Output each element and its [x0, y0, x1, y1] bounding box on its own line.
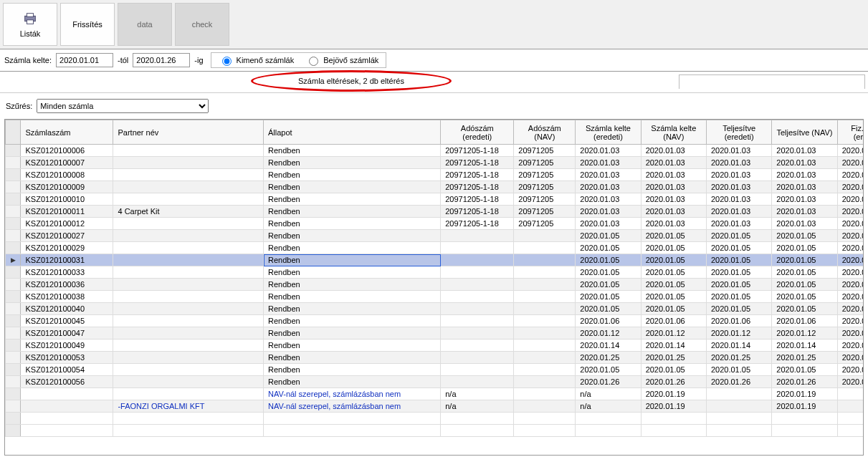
table-row[interactable]: KSZ0120100036Rendben2020.01.052020.01.05…: [6, 279, 864, 291]
row-handle[interactable]: [6, 181, 21, 193]
table-row[interactable]: KSZ0120100009Rendben20971205-1-182097120…: [6, 181, 864, 193]
cell-ae: [441, 339, 514, 352]
cell-partner: [113, 254, 264, 266]
table-row[interactable]: KSZ0120100027Rendben2020.01.052020.01.05…: [6, 230, 864, 242]
cell-fe: 2020.01.03: [837, 169, 864, 181]
cell-te: 2020.01.05: [706, 254, 771, 266]
table-row-empty: [6, 425, 864, 437]
table-row[interactable]: KSZ0120100056Rendben2020.01.262020.01.26…: [6, 376, 864, 388]
data-grid[interactable]: Számlaszám Partner név Állapot Adószám (…: [4, 119, 864, 456]
cell-sz: [21, 388, 113, 400]
table-row[interactable]: KSZ0120100054Rendben2020.01.052020.01.05…: [6, 364, 864, 376]
row-handle[interactable]: [6, 388, 21, 400]
row-handle[interactable]: [6, 352, 21, 364]
row-handle[interactable]: [6, 218, 21, 230]
cell-te: 2020.01.25: [706, 352, 771, 364]
col-allapot[interactable]: Állapot: [264, 120, 441, 145]
table-row[interactable]: KSZ0120100040Rendben2020.01.052020.01.05…: [6, 303, 864, 315]
row-handle[interactable]: [6, 291, 21, 303]
cell-partner: [113, 315, 264, 327]
table-row[interactable]: KSZ0120100038Rendben2020.01.052020.01.05…: [6, 291, 864, 303]
row-handle[interactable]: [6, 279, 21, 291]
row-handle[interactable]: [6, 339, 21, 352]
incoming-radio-input[interactable]: [309, 57, 318, 66]
data-button[interactable]: data: [118, 3, 172, 46]
row-handle[interactable]: [6, 242, 21, 254]
row-handle[interactable]: [6, 315, 21, 327]
cell-ae: [441, 327, 514, 339]
table-row[interactable]: NAV-nál szerepel, számlázásban nemn/an/a…: [6, 388, 864, 400]
row-handle[interactable]: [6, 157, 21, 169]
table-row[interactable]: KSZ0120100010Rendben20971205-1-182097120…: [6, 193, 864, 206]
cell-sz: KSZ0120100045: [21, 315, 113, 327]
col-telj-nav[interactable]: Teljesítve (NAV): [772, 120, 837, 145]
date-to-input[interactable]: [133, 53, 190, 67]
col-partner[interactable]: Partner név: [113, 120, 264, 145]
outgoing-radio[interactable]: Kimenő számlák: [219, 54, 295, 66]
table-row[interactable]: -FAONZI ORGALMI KFTNAV-nál szerepel, szá…: [6, 400, 864, 413]
row-handle[interactable]: [6, 400, 21, 413]
col-telj-eredeti[interactable]: Teljesítve (eredeti): [706, 120, 771, 145]
cell-sz: KSZ0120100054: [21, 364, 113, 376]
cell-ke: 2020.01.05: [576, 291, 641, 303]
outgoing-radio-input[interactable]: [222, 57, 232, 66]
cell-partner: [113, 339, 264, 352]
row-handle[interactable]: ▶: [6, 254, 21, 266]
cell-allapot: Rendben: [264, 206, 441, 218]
cell-sz: KSZ0120100029: [21, 242, 113, 254]
check-button[interactable]: check: [175, 3, 229, 46]
col-fiz-eredeti[interactable]: Fiz.hatidő (eredeti): [837, 120, 864, 145]
cell-te: 2020.01.03: [706, 193, 771, 206]
cell-fe: 2020.01.03: [837, 206, 864, 218]
szures-select[interactable]: Minden számla: [37, 99, 209, 113]
print-button[interactable]: Listák: [3, 3, 57, 46]
cell-an: 20971205: [514, 193, 576, 206]
date-from-input[interactable]: [56, 53, 113, 67]
cell-kn: 2020.01.06: [641, 315, 706, 327]
cell-sz: KSZ0120100053: [21, 352, 113, 364]
col-kelte-eredeti[interactable]: Számla kelte (eredeti): [576, 120, 641, 145]
row-handle[interactable]: [6, 327, 21, 339]
table-row[interactable]: KSZ0120100047Rendben2020.01.122020.01.12…: [6, 327, 864, 339]
col-szamlaszam[interactable]: Számlaszám: [21, 120, 113, 145]
cell-ke: 2020.01.12: [576, 327, 641, 339]
table-row[interactable]: KSZ0120100053Rendben2020.01.252020.01.25…: [6, 352, 864, 364]
row-handle[interactable]: [6, 266, 21, 279]
cell-tn: 2020.01.19: [772, 388, 837, 400]
row-handle[interactable]: [6, 169, 21, 181]
refresh-button[interactable]: Frissítés: [60, 3, 115, 46]
date-mid-label: -tól: [118, 56, 128, 64]
cell-tn: 2020.01.06: [772, 315, 837, 327]
row-handle[interactable]: [6, 364, 21, 376]
row-handle[interactable]: [6, 206, 21, 218]
row-handle[interactable]: [6, 376, 21, 388]
col-kelte-nav[interactable]: Számla kelte (NAV): [641, 120, 706, 145]
table-row[interactable]: KSZ0120100006Rendben20971205-1-182097120…: [6, 145, 864, 157]
cell-partner: [113, 376, 264, 388]
table-row[interactable]: KSZ0120100029Rendben2020.01.052020.01.05…: [6, 242, 864, 254]
table-row[interactable]: KSZ0120100045Rendben2020.01.062020.01.06…: [6, 315, 864, 327]
table-row[interactable]: KSZ0120100049Rendben2020.01.142020.01.14…: [6, 339, 864, 352]
table-row[interactable]: KSZ0120100007Rendben20971205-1-182097120…: [6, 157, 864, 169]
col-adoszam-eredeti[interactable]: Adószám (eredeti): [441, 120, 514, 145]
cell-fe: 2020.01.03: [837, 181, 864, 193]
cell-partner: [113, 279, 264, 291]
cell-an: 20971205: [514, 218, 576, 230]
table-row[interactable]: KSZ0120100012Rendben20971205-1-182097120…: [6, 218, 864, 230]
row-handle[interactable]: [6, 230, 21, 242]
table-row[interactable]: KSZ0120100008Rendben20971205-1-182097120…: [6, 169, 864, 181]
cell-ke: 2020.01.14: [576, 339, 641, 352]
cell-tn: 2020.01.14: [772, 339, 837, 352]
cell-kn: 2020.01.05: [641, 279, 706, 291]
row-handle[interactable]: [6, 145, 21, 157]
table-row[interactable]: KSZ0120100033Rendben2020.01.052020.01.05…: [6, 266, 864, 279]
row-handle[interactable]: [6, 193, 21, 206]
table-row[interactable]: ▶KSZ0120100031Rendben2020.01.052020.01.0…: [6, 254, 864, 266]
cell-an: [514, 266, 576, 279]
col-adoszam-nav[interactable]: Adószám (NAV): [514, 120, 576, 145]
row-handle[interactable]: [6, 303, 21, 315]
incoming-radio[interactable]: Bejövő számlák: [305, 54, 378, 66]
table-row[interactable]: KSZ01201000114 Carpet KitRendben20971205…: [6, 206, 864, 218]
cell-fe: [837, 400, 864, 413]
cell-tn: 2020.01.26: [772, 376, 837, 388]
